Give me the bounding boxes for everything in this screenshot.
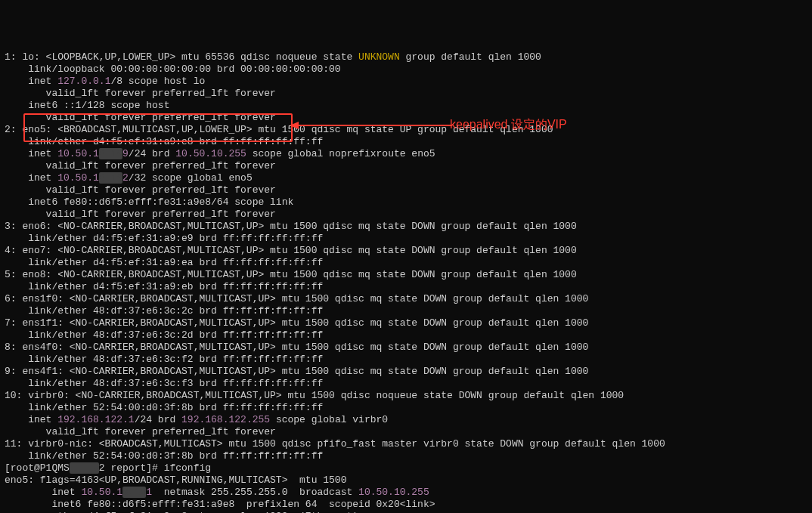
virbr0-inet-brd: 192.168.122.255 xyxy=(181,414,270,425)
ens1f1-header: 7: ens1f1: <NO-CARRIER,BROADCAST,MULTICA… xyxy=(5,317,588,329)
eno5-link: link/ether d4:f5:ef:31:a9:e8 brd ff:ff:f… xyxy=(5,136,323,147)
ifc-inet-blur: 0.10 xyxy=(122,487,146,498)
eno5-inet1-c: scope global noprefixroute eno5 xyxy=(246,148,435,159)
virbr0-inet-ip: 192.168.122.1 xyxy=(57,414,134,425)
eno6-link: link/ether d4:f5:ef:31:a9:e9 brd ff:ff:f… xyxy=(5,233,323,244)
lo-header-b: group default qlen 1000 xyxy=(400,51,541,63)
ens1f1-link: link/ether 48:df:37:e6:3c:2d brd ff:ff:f… xyxy=(5,329,323,341)
prompt-b: 2 report]# ifconfig xyxy=(99,462,211,474)
virbr0-inet-a: inet xyxy=(5,414,57,425)
eno5-valid1: valid_lft forever preferred_lft forever xyxy=(5,160,276,172)
virbr0-inet-c: scope global virbr0 xyxy=(270,414,388,425)
ifc-inet-b: netmask 255.255.255.0 broadcast xyxy=(152,487,358,498)
eno5-inet1-ip-a: 10.50.1 xyxy=(57,148,99,159)
ens4f0-header: 8: ens4f0: <NO-CARRIER,BROADCAST,MULTICA… xyxy=(5,341,588,353)
eno5-inet2-ip-b: 2 xyxy=(122,172,129,184)
eno5-inet2-a: inet xyxy=(5,172,57,184)
eno8-link: link/ether d4:f5:ef:31:a9:eb brd ff:ff:f… xyxy=(5,281,323,292)
terminal-output: 1: lo: <LOOPBACK,UP,LOWER_UP> mtu 65536 … xyxy=(5,51,807,513)
eno5-inet1-b: /24 brd xyxy=(129,148,175,159)
eno5-inet1-blur: 0.10 xyxy=(99,148,122,159)
virbr0-header: 10: virbr0: <NO-CARRIER,BROADCAST,MULTIC… xyxy=(5,390,624,401)
eno5-inet1-ip-b: 9 xyxy=(122,148,129,159)
lo-inet-a: inet xyxy=(5,76,57,87)
virbr0-valid: valid_lft forever preferred_lft forever xyxy=(5,426,276,437)
ens4f1-link: link/ether 48:df:37:e6:3c:f3 brd ff:ff:f… xyxy=(5,378,323,389)
lo-state: UNKNOWN xyxy=(358,51,400,63)
virbr0-link: link/ether 52:54:00:d0:3f:8b brd ff:ff:f… xyxy=(5,402,323,413)
lo-inet-ip: 127.0.0.1 xyxy=(57,76,110,87)
eno5-inet1-brd: 10.50.10.255 xyxy=(175,148,246,159)
ens4f0-link: link/ether 48:df:37:e6:3c:f2 brd ff:ff:f… xyxy=(5,354,323,365)
ifc-header: eno5: flags=4163<UP,BROADCAST,RUNNING,MU… xyxy=(5,474,346,486)
ifc-inet-brd: 10.50.10.255 xyxy=(358,487,429,498)
lo-header-a: 1: lo: <LOOPBACK,UP,LOWER_UP> mtu 65536 … xyxy=(5,51,358,63)
ens1f0-link: link/ether 48:df:37:e6:3c:2c brd ff:ff:f… xyxy=(5,305,323,317)
prompt-blur: ----- xyxy=(70,462,99,474)
eno5-inet2-b: /32 scope global eno5 xyxy=(129,172,253,184)
ifc-inet6: inet6 fe80::d6f5:efff:fe31:a9e8 prefixle… xyxy=(5,499,435,510)
virbr0-inet-b: /24 brd xyxy=(135,414,181,425)
eno5-header: 2: eno5: <BROADCAST,MULTICAST,UP,LOWER_U… xyxy=(5,124,553,135)
ens1f0-header: 6: ens1f0: <NO-CARRIER,BROADCAST,MULTICA… xyxy=(5,293,588,304)
prompt-a: [root@P1QMS xyxy=(5,462,70,474)
eno5-inet6: inet6 fe80::d6f5:efff:fe31:a9e8/64 scope… xyxy=(5,196,293,208)
ens4f1-header: 9: ens4f1: <NO-CARRIER,BROADCAST,MULTICA… xyxy=(5,366,588,377)
eno7-link: link/ether d4:f5:ef:31:a9:ea brd ff:ff:f… xyxy=(5,257,323,268)
virbr0nic-link: link/ether 52:54:00:d0:3f:8b brd ff:ff:f… xyxy=(5,450,323,462)
lo-inet-b: /8 scope host lo xyxy=(110,76,205,87)
eno5-inet1-a: inet xyxy=(5,148,57,159)
eno5-valid2: valid_lft forever preferred_lft forever xyxy=(5,184,276,196)
lo-link: link/loopback 00:00:00:00:00:00 brd 00:0… xyxy=(5,63,341,75)
lo-inet6: inet6 ::1/128 scope host xyxy=(5,100,169,111)
eno5-inet2-blur: 0.10 xyxy=(99,172,122,184)
eno5-inet2-ip-a: 10.50.1 xyxy=(57,172,99,184)
ifc-inet-ip-a: 10.50.1 xyxy=(81,487,122,498)
eno8-header: 5: eno8: <NO-CARRIER,BROADCAST,MULTICAST… xyxy=(5,269,577,280)
lo-valid: valid_lft forever preferred_lft forever xyxy=(5,88,276,99)
eno5-valid3: valid_lft forever preferred_lft forever xyxy=(5,209,276,220)
ifc-inet-ip-b: 1 xyxy=(146,487,152,498)
eno7-header: 4: eno7: <NO-CARRIER,BROADCAST,MULTICAST… xyxy=(5,245,577,256)
eno6-header: 3: eno6: <NO-CARRIER,BROADCAST,MULTICAST… xyxy=(5,221,577,232)
lo-valid2: valid_lft forever preferred_lft forever xyxy=(5,112,276,123)
virbr0nic-header: 11: virbr0-nic: <BROADCAST,MULTICAST> mt… xyxy=(5,438,665,450)
ifc-inet-a: inet xyxy=(5,487,81,498)
